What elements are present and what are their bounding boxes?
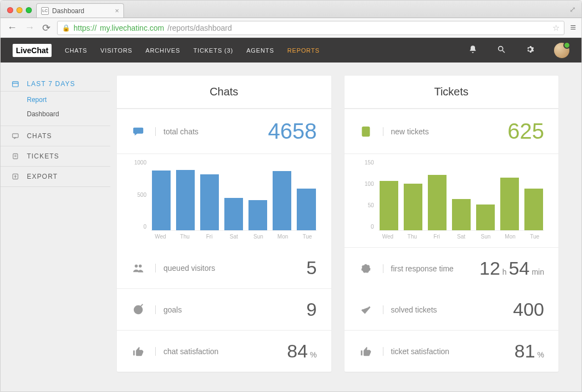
x-tick: Thu bbox=[176, 234, 195, 240]
nav-link-agents[interactable]: AGENTS bbox=[246, 47, 274, 54]
bar bbox=[273, 171, 291, 230]
browser-tab[interactable]: LC Dashboard × bbox=[36, 3, 124, 18]
bell-icon[interactable] bbox=[465, 45, 481, 55]
x-axis: WedThuFriSatSunMonTue bbox=[151, 231, 317, 240]
y-tick: 50 bbox=[359, 202, 374, 208]
logo[interactable]: LiveChat bbox=[13, 44, 52, 57]
browser-window: LC Dashboard × ⤢ ← → ⟳ 🔒 https://my.live… bbox=[0, 0, 582, 392]
bar bbox=[428, 175, 447, 230]
sidebar: LAST 7 DAYS ReportDashboard CHATSTICKETS… bbox=[1, 63, 110, 187]
bars bbox=[151, 157, 317, 231]
svg-line-12 bbox=[141, 304, 143, 306]
sidebar-header-label: LAST 7 DAYS bbox=[27, 80, 75, 88]
hours-value: 12 bbox=[479, 258, 500, 279]
close-window-icon[interactable] bbox=[7, 7, 13, 13]
stat-value: 4658 bbox=[268, 119, 317, 144]
sidebar-subitem[interactable]: Report bbox=[1, 93, 110, 107]
nav-link-visitors[interactable]: VISITORS bbox=[100, 47, 132, 54]
y-tick: 0 bbox=[131, 224, 146, 230]
tab-title: Dashboard bbox=[52, 7, 84, 15]
thumb-icon bbox=[359, 345, 373, 357]
x-tick: Thu bbox=[403, 234, 422, 240]
logo-text-a: Live bbox=[16, 46, 31, 55]
minimize-window-icon[interactable] bbox=[16, 7, 22, 13]
y-axis: 10005000 bbox=[131, 157, 151, 240]
mins-unit: min bbox=[532, 268, 544, 276]
sidebar-item-label: EXPORT bbox=[27, 173, 58, 180]
nav-link-archives[interactable]: ARCHIVES bbox=[145, 47, 180, 54]
page: LiveChat CHATSVISITORSARCHIVESTICKETS (3… bbox=[1, 38, 581, 391]
stat-label: goals bbox=[155, 305, 182, 314]
logo-text-b: Chat bbox=[31, 46, 48, 55]
bookmark-icon[interactable]: ☆ bbox=[552, 23, 560, 33]
sidebar-item-export[interactable]: EXPORT bbox=[1, 167, 110, 187]
sidebar-item-tickets[interactable]: TICKETS bbox=[1, 146, 110, 167]
favicon-icon: LC bbox=[41, 7, 49, 15]
nav-link-chats[interactable]: CHATS bbox=[65, 47, 87, 54]
bar bbox=[452, 199, 471, 230]
y-axis: 150100500 bbox=[359, 157, 378, 240]
url-host: my.livechatinc.com bbox=[100, 24, 164, 32]
svg-point-0 bbox=[499, 47, 503, 51]
x-tick: Sat bbox=[451, 234, 471, 240]
url-input[interactable]: 🔒 https://my.livechatinc.com/reports/das… bbox=[57, 21, 564, 35]
x-tick: Mon bbox=[273, 234, 292, 240]
x-tick: Mon bbox=[501, 234, 520, 240]
ticket-icon bbox=[359, 126, 373, 138]
top-nav: LiveChat CHATSVISITORSARCHIVESTICKETS (3… bbox=[1, 38, 581, 63]
stat-value: 12 h 54 min bbox=[479, 258, 544, 279]
mins-value: 54 bbox=[509, 258, 530, 279]
gear-icon[interactable] bbox=[522, 45, 538, 55]
stat-total-chats: total chats 4658 bbox=[117, 109, 331, 154]
nav-link-tickets[interactable]: TICKETS (3) bbox=[193, 47, 233, 54]
sidebar-item-label: CHATS bbox=[27, 132, 52, 140]
x-tick: Fri bbox=[200, 234, 219, 240]
sidebar-header[interactable]: LAST 7 DAYS bbox=[1, 76, 110, 92]
svg-line-1 bbox=[502, 50, 505, 53]
window-controls[interactable] bbox=[5, 7, 36, 18]
stat-label: first response time bbox=[383, 264, 454, 273]
avatar[interactable] bbox=[554, 43, 569, 58]
bar bbox=[248, 200, 267, 230]
main: LAST 7 DAYS ReportDashboard CHATSTICKETS… bbox=[1, 63, 581, 391]
stat-label: queued visitors bbox=[155, 264, 215, 272]
stat-label: solved tickets bbox=[383, 305, 437, 314]
x-tick: Wed bbox=[151, 234, 170, 240]
fullscreen-icon[interactable]: ⤢ bbox=[569, 5, 576, 14]
tickets-chart: 150100500 WedThuFriSatSunMonTue bbox=[344, 154, 559, 247]
stat-value: 625 bbox=[507, 119, 544, 144]
stat-value: 5 bbox=[307, 257, 317, 279]
chats-card: Chats total chats 4658 10005000 bbox=[117, 76, 331, 372]
lock-icon: 🔒 bbox=[62, 24, 70, 32]
stat-row: goals9 bbox=[117, 288, 331, 330]
search-icon[interactable] bbox=[494, 45, 509, 55]
chats-chart: 10005000 WedThuFriSatSunMonTue bbox=[117, 154, 331, 247]
x-tick: Sun bbox=[476, 234, 495, 240]
nav-link-reports[interactable]: REPORTS bbox=[287, 47, 320, 54]
tab-strip: LC Dashboard × ⤢ bbox=[1, 1, 581, 18]
bar bbox=[176, 170, 195, 230]
x-tick: Tue bbox=[298, 234, 317, 240]
sidebar-subitem[interactable]: Dashboard bbox=[1, 107, 110, 121]
bar bbox=[404, 184, 422, 230]
calendar-icon bbox=[12, 80, 19, 88]
y-tick: 100 bbox=[359, 181, 374, 187]
thumb-icon bbox=[131, 345, 145, 357]
clock-icon bbox=[359, 263, 373, 275]
forward-button[interactable]: → bbox=[24, 22, 36, 33]
bar bbox=[297, 189, 315, 230]
x-tick: Sun bbox=[249, 234, 268, 240]
close-tab-icon[interactable]: × bbox=[115, 7, 119, 15]
zoom-window-icon[interactable] bbox=[26, 7, 32, 13]
stat-row: ticket satisfaction81% bbox=[344, 330, 559, 372]
hours-unit: h bbox=[502, 268, 507, 276]
stat-label: total chats bbox=[155, 127, 199, 136]
browser-menu-icon[interactable]: ≡ bbox=[570, 22, 576, 33]
stat-label: new tickets bbox=[383, 127, 429, 136]
reload-button[interactable]: ⟳ bbox=[41, 22, 52, 34]
bar bbox=[380, 181, 398, 230]
bar bbox=[200, 174, 219, 230]
back-button[interactable]: ← bbox=[6, 22, 18, 33]
bars bbox=[378, 157, 545, 231]
sidebar-item-chats[interactable]: CHATS bbox=[1, 126, 110, 146]
